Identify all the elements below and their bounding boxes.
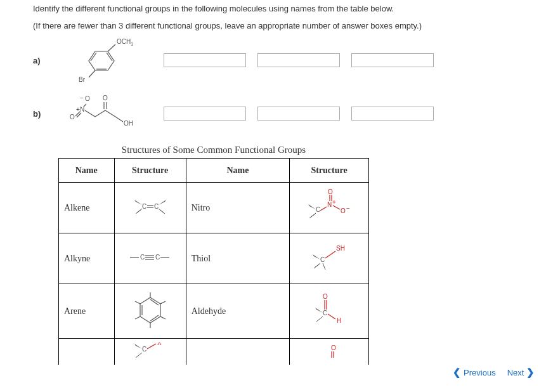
cell-aldehyde-name: Aldehyde — [186, 284, 289, 339]
svg-line-4 — [89, 70, 95, 77]
cell-alkene-name: Alkene — [59, 183, 115, 233]
svg-marker-0 — [89, 51, 114, 70]
atom-br: Br — [79, 76, 86, 83]
previous-button[interactable]: ❮ Previous — [453, 367, 495, 378]
cell-thiol-name: Thiol — [186, 233, 289, 284]
cell-arene-name: Arene — [59, 284, 115, 339]
svg-text:O: O — [323, 293, 328, 300]
cell-nitro-name: Nitro — [186, 183, 289, 233]
atom-oh: OH — [124, 120, 133, 127]
svg-text:N: N — [80, 106, 84, 113]
svg-line-55 — [323, 263, 325, 270]
question-b-row: b) − O O + N O — [33, 91, 542, 136]
svg-line-15 — [85, 110, 95, 117]
svg-text:O: O — [331, 344, 336, 351]
cell-arene-struct — [114, 284, 186, 339]
svg-line-67 — [135, 301, 140, 304]
molecule-a: Br OCH3 — [57, 38, 152, 82]
svg-text:C: C — [154, 203, 159, 210]
svg-marker-58 — [140, 297, 160, 323]
svg-line-20 — [115, 117, 123, 122]
svg-line-70 — [316, 317, 323, 322]
answer-b-1[interactable] — [164, 107, 246, 121]
cell-halide-struct: C X — [114, 339, 186, 365]
answer-a-1[interactable] — [164, 53, 246, 67]
th-structure-2: Structure — [290, 159, 369, 183]
svg-text:C: C — [142, 203, 146, 210]
svg-line-17 — [105, 110, 115, 117]
svg-text:C: C — [155, 254, 160, 261]
svg-text:C: C — [323, 310, 327, 317]
cell-partial-struct: O — [290, 339, 369, 365]
svg-text:OCH3: OCH3 — [117, 38, 133, 46]
chevron-right-icon: ❯ — [526, 367, 535, 377]
svg-line-56 — [325, 251, 335, 258]
answer-b-3[interactable] — [351, 107, 434, 121]
atom-o-ketone: O — [103, 95, 108, 101]
question-b-label: b) — [33, 109, 46, 119]
cell-nitro-struct: C N + O O − — [290, 183, 369, 233]
th-structure-1: Structure — [114, 159, 186, 183]
svg-line-27 — [137, 210, 141, 212]
svg-text:O: O — [70, 114, 75, 121]
answer-a-3[interactable] — [351, 53, 434, 67]
th-name-1: Name — [59, 159, 115, 183]
instruction-line-1: Identify the different functional groups… — [33, 4, 542, 13]
question-a-row: a) Br OCH3 — [33, 38, 542, 82]
svg-line-35 — [320, 207, 327, 211]
svg-line-64 — [160, 317, 166, 319]
svg-line-30 — [160, 210, 164, 212]
svg-text:−: − — [346, 205, 350, 212]
svg-text:O: O — [328, 188, 333, 195]
svg-line-12 — [84, 104, 86, 107]
svg-line-79 — [147, 344, 156, 349]
svg-line-54 — [315, 265, 319, 267]
atom-och3: OCH — [117, 38, 131, 45]
svg-marker-32 — [308, 204, 316, 209]
svg-line-74 — [328, 314, 335, 319]
cell-alkyne-name: Alkyne — [59, 233, 115, 284]
cell-partial-name2 — [186, 339, 289, 365]
svg-marker-69 — [315, 308, 323, 313]
molecule-b: − O O + N O OH — [57, 91, 152, 136]
cell-aldehyde-struct: C O H — [290, 284, 369, 339]
svg-text:O: O — [85, 95, 90, 102]
svg-text:O: O — [341, 207, 346, 214]
svg-line-5 — [108, 44, 115, 51]
svg-text:H: H — [337, 317, 341, 324]
svg-marker-25 — [134, 200, 142, 205]
svg-text:N: N — [327, 201, 332, 208]
svg-line-41 — [333, 206, 340, 209]
svg-marker-77 — [134, 344, 142, 349]
next-button[interactable]: Next ❯ — [507, 367, 535, 378]
chevron-left-icon: ❮ — [453, 367, 461, 377]
svg-text:C: C — [320, 256, 325, 263]
svg-marker-52 — [313, 254, 320, 259]
svg-line-34 — [311, 214, 315, 217]
cell-partial-name — [59, 339, 115, 365]
instruction-line-2: (If there are fewer than 3 different fun… — [33, 21, 542, 30]
nav-controls: ❮ Previous Next ❯ — [453, 367, 535, 378]
svg-text:X: X — [157, 343, 162, 346]
svg-text:−: − — [80, 95, 84, 101]
svg-line-78 — [136, 353, 142, 358]
cell-thiol-struct: C SH — [290, 233, 369, 284]
atom-och3-sub: 3 — [131, 42, 133, 46]
table-title: Structures of Some Common Functional Gro… — [58, 145, 369, 155]
svg-text:C: C — [140, 254, 145, 261]
functional-group-table: Name Structure Name Structure Alkene C C — [58, 158, 369, 365]
cell-alkene-struct: C C — [114, 183, 186, 233]
svg-text:C: C — [142, 346, 146, 353]
answer-a-2[interactable] — [257, 53, 340, 67]
svg-line-66 — [135, 317, 140, 319]
svg-text:+: + — [332, 199, 336, 206]
question-a-label: a) — [33, 56, 46, 65]
cell-alkyne-struct: C C — [114, 233, 186, 284]
answer-b-2[interactable] — [257, 107, 340, 121]
svg-line-16 — [95, 110, 105, 117]
svg-line-63 — [160, 301, 166, 304]
svg-marker-28 — [159, 200, 166, 205]
svg-line-14 — [77, 113, 81, 117]
svg-text:C: C — [316, 206, 320, 213]
svg-text:SH: SH — [336, 245, 345, 252]
